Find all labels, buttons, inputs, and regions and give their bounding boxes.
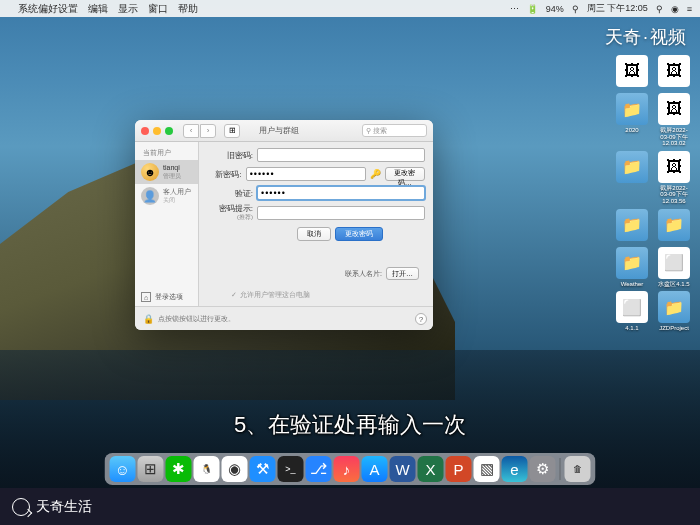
dock-item-qq[interactable]: 🐧 [194, 456, 220, 482]
battery-icon[interactable]: 🔋 [527, 4, 538, 14]
user-name-label: tianqi [163, 164, 181, 172]
allow-admin-checkbox[interactable]: ✓ 允许用户管理这台电脑 [231, 290, 310, 300]
dock-separator [560, 458, 561, 480]
desktop-icon[interactable]: 🖼截屏2022-03-09下午12.03.56 [656, 151, 692, 205]
guest-status-label: 关闭 [163, 197, 191, 204]
close-button[interactable] [141, 127, 149, 135]
cancel-button[interactable]: 取消 [297, 227, 331, 241]
open-contact-button[interactable]: 打开… [386, 267, 419, 280]
app-icon: ⬜ [658, 247, 690, 279]
folder-icon: 📁 [658, 209, 690, 241]
desktop-icon[interactable]: 🖼截屏2022-03-09下午12.03.02 [656, 93, 692, 147]
hint-sub-label: (推荐) [237, 214, 253, 220]
verify-label: 验证: [207, 188, 253, 199]
wifi-icon[interactable]: ⚲ [572, 4, 579, 14]
dock-item-launchpad[interactable]: ⊞ [138, 456, 164, 482]
icon-label: 截屏2022-03-09下午12.03.56 [656, 185, 692, 205]
img-icon: 🖼 [658, 151, 690, 183]
password-key-icon[interactable]: 🔑 [370, 169, 381, 179]
battery-pct: 94% [546, 4, 564, 14]
menubar-app-name[interactable]: 系统偏好设置 [18, 2, 78, 16]
desktop-icons-area: 🖼🖼📁2020🖼截屏2022-03-09下午12.03.02📁🖼截屏2022-0… [610, 55, 692, 332]
desktop-icon[interactable]: 📁 [614, 209, 650, 243]
dock-item-sourcetree[interactable]: ⎇ [306, 456, 332, 482]
checkbox-icon: ✓ [231, 291, 237, 299]
prefs-search-input[interactable]: ⚲ 搜索 [362, 124, 427, 137]
confirm-change-button[interactable]: 更改密码 [335, 227, 383, 241]
dock-item-excel[interactable]: X [418, 456, 444, 482]
notification-center-icon[interactable]: ≡ [687, 4, 692, 14]
spotlight-icon[interactable]: ⚲ [656, 4, 663, 14]
search-icon: ⚲ [366, 127, 371, 135]
watermark-top-right: 天奇·视频 [605, 25, 686, 49]
menubar-item-window[interactable]: 窗口 [148, 2, 168, 16]
zoom-button[interactable] [165, 127, 173, 135]
login-options-row[interactable]: ⌂ 登录选项 [141, 292, 183, 302]
brand-name: 天奇生活 [36, 498, 92, 516]
dock-item-terminal[interactable]: >_ [278, 456, 304, 482]
old-password-input[interactable] [257, 148, 425, 162]
dock-item-xcode[interactable]: ⚒ [250, 456, 276, 482]
new-password-input[interactable] [246, 167, 366, 181]
password-hint-input[interactable] [257, 206, 425, 220]
desktop-icon[interactable]: ⬜4.1.1 [614, 291, 650, 332]
verify-password-input[interactable] [257, 186, 425, 200]
desktop-icon[interactable]: 📁 [614, 151, 650, 205]
icon-label: 截屏2022-03-09下午12.03.02 [656, 127, 692, 147]
dock-item-trash[interactable]: 🗑 [565, 456, 591, 482]
tutorial-caption: 5、在验证处再输入一次 [0, 410, 700, 440]
sidebar-current-user[interactable]: ☻ tianqi 管理员 [135, 160, 198, 184]
guest-avatar-icon: 👤 [141, 187, 159, 205]
dock-item-word[interactable]: W [390, 456, 416, 482]
siri-icon[interactable]: ◉ [671, 4, 679, 14]
desktop-icon[interactable]: 📁Weather [614, 247, 650, 288]
window-titlebar[interactable]: ‹ › ⊞ 用户与群组 ⚲ 搜索 [135, 120, 433, 142]
app-icon: ⬜ [616, 291, 648, 323]
desktop-icon[interactable]: 📁2020 [614, 93, 650, 147]
desktop-icon[interactable]: 🖼 [656, 55, 692, 89]
folder-icon: 📁 [616, 209, 648, 241]
prefs-footer: 🔒 点按锁按钮以进行更改。 [135, 306, 433, 330]
dock-item-sysprefs[interactable]: ⚙ [530, 456, 556, 482]
dock-item-music[interactable]: ♪ [334, 456, 360, 482]
desktop-icon[interactable]: 📁JZDProject [656, 291, 692, 332]
minimize-button[interactable] [153, 127, 161, 135]
dock-item-appstore[interactable]: A [362, 456, 388, 482]
menubar-item-edit[interactable]: 编辑 [88, 2, 108, 16]
help-button[interactable]: ? [415, 313, 427, 325]
dock-item-finder[interactable]: ☺ [110, 456, 136, 482]
sidebar-section-label: 当前用户 [135, 146, 198, 160]
change-password-side-button[interactable]: 更改密码… [385, 167, 425, 181]
menubar-item-view[interactable]: 显示 [118, 2, 138, 16]
menubar-datetime[interactable]: 周三 下午12:05 [587, 2, 648, 15]
folder-icon: 📁 [616, 151, 648, 183]
vpn-icon[interactable]: ⋯ [510, 4, 519, 14]
desktop-icon[interactable]: ⬜水盆区4.1.5 [656, 247, 692, 288]
contact-card-label: 联系人名片: [345, 269, 382, 279]
users-sidebar: 当前用户 ☻ tianqi 管理员 👤 客人用户 关闭 [135, 142, 199, 306]
desktop: 系统偏好设置 编辑 显示 窗口 帮助 ⋯ 🔋 94% ⚲ 周三 下午12:05 … [0, 0, 700, 488]
brand-logo-icon [12, 498, 30, 516]
icon-label: 水盆区4.1.5 [658, 281, 689, 288]
desktop-icon[interactable]: 📁 [656, 209, 692, 243]
icon-label: JZDProject [659, 325, 689, 332]
lock-help-text: 点按锁按钮以进行更改。 [158, 314, 235, 324]
desktop-icon[interactable]: 🖼 [614, 55, 650, 89]
home-icon: ⌂ [141, 292, 151, 302]
back-button[interactable]: ‹ [183, 124, 199, 138]
img-icon: 🖼 [658, 55, 690, 87]
folder-icon: 📁 [616, 247, 648, 279]
dock-item-chrome[interactable]: ◉ [222, 456, 248, 482]
dock-item-edge[interactable]: e [502, 456, 528, 482]
folder-icon: 📁 [658, 291, 690, 323]
brand-bottom-bar: 天奇生活 [0, 488, 700, 525]
users-groups-window: ‹ › ⊞ 用户与群组 ⚲ 搜索 当前用户 ☻ tianqi 管理员 [135, 120, 433, 330]
dock-item-preview[interactable]: ▧ [474, 456, 500, 482]
dock-item-wechat[interactable]: ✱ [166, 456, 192, 482]
password-change-form: 旧密码: 新密码: 🔑 更改密码… 验证: 密码提示: (推荐) [199, 142, 433, 306]
sidebar-guest-user[interactable]: 👤 客人用户 关闭 [135, 184, 198, 208]
lock-icon[interactable]: 🔒 [143, 314, 154, 324]
folder-icon: 📁 [616, 93, 648, 125]
dock-item-powerpoint[interactable]: P [446, 456, 472, 482]
menubar-item-help[interactable]: 帮助 [178, 2, 198, 16]
